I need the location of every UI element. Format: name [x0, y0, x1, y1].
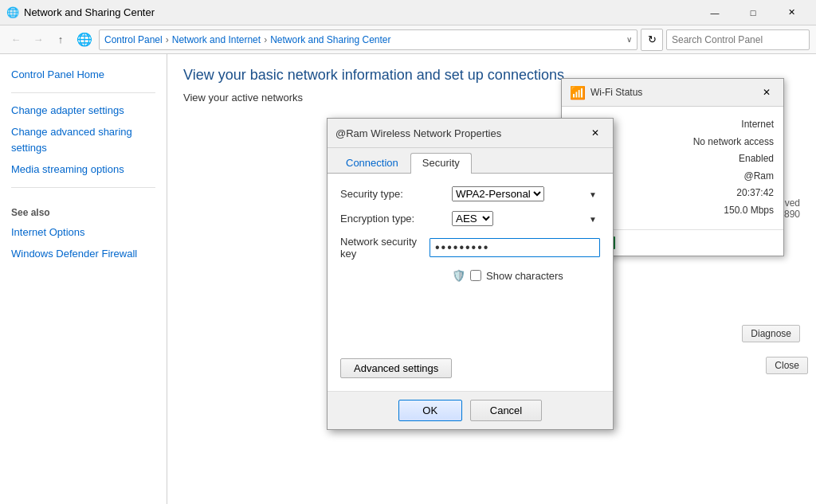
diagnose-area: Diagnose [742, 325, 800, 342]
breadcrumb-control-panel[interactable]: Control Panel [104, 34, 163, 45]
app-breadcrumb-icon: 🌐 [76, 32, 92, 47]
sidebar: Control Panel Home Change adapter settin… [0, 54, 167, 504]
forward-button[interactable]: → [29, 30, 48, 49]
diagnose-btn[interactable]: Diagnose [742, 325, 800, 342]
wifi-dialog-close[interactable]: ✕ [758, 84, 775, 101]
encryption-type-row: Encryption type: AES TKIP ▼ [340, 211, 600, 226]
network-key-input[interactable] [430, 238, 600, 257]
props-dialog-title: @Ram Wireless Network Properties [335, 127, 586, 139]
up-button[interactable]: ↑ [51, 30, 70, 49]
main-layout: Control Panel Home Change adapter settin… [0, 54, 816, 504]
advanced-settings-button[interactable]: Advanced settings [340, 358, 452, 378]
address-bar: ← → ↑ 🌐 Control Panel › Network and Inte… [0, 25, 816, 54]
breadcrumb-network-internet[interactable]: Network and Internet [172, 34, 261, 45]
app-icon: 🌐 [6, 6, 19, 19]
breadcrumb-bar: Control Panel › Network and Internet › N… [99, 29, 638, 50]
security-type-arrow: ▼ [589, 189, 597, 198]
see-also-label: See also [0, 194, 167, 221]
encryption-type-select[interactable]: AES TKIP [452, 211, 493, 226]
dialog-footer: OK Cancel [328, 391, 613, 429]
title-bar-text: Network and Sharing Center [24, 6, 155, 18]
dialog-body: Security type: WPA2-Personal WPA-Persona… [328, 174, 613, 391]
sidebar-item-media-streaming[interactable]: Media streaming options [0, 158, 167, 181]
wifi-dialog-title: Wi-Fi Status [590, 87, 758, 98]
show-chars-label[interactable]: Show characters [486, 270, 563, 282]
network-key-row: Network security key [340, 236, 600, 260]
title-bar: 🌐 Network and Sharing Center — □ ✕ [0, 0, 816, 25]
tab-connection[interactable]: Connection [334, 153, 410, 174]
wifi-signal-icon: 📶 [570, 85, 586, 100]
security-type-label: Security type: [340, 188, 452, 200]
cancel-button[interactable]: Cancel [470, 400, 542, 421]
minimize-button[interactable]: — [696, 2, 733, 24]
title-bar-controls: — □ ✕ [696, 2, 810, 24]
wifi-status-close-btn[interactable]: Close [766, 357, 808, 374]
back-button[interactable]: ← [6, 30, 26, 49]
encryption-type-arrow: ▼ [589, 214, 597, 223]
breadcrumb-network-sharing[interactable]: Network and Sharing Center [270, 34, 390, 45]
ok-button[interactable]: OK [398, 400, 462, 421]
wifi-title-bar: 📶 Wi-Fi Status ✕ [562, 79, 783, 107]
sidebar-item-home[interactable]: Control Panel Home [0, 64, 167, 86]
close-btn-area: Close [766, 357, 808, 374]
sidebar-item-change-advanced[interactable]: Change advanced sharing settings [0, 121, 167, 158]
tab-bar: Connection Security [328, 148, 613, 174]
show-chars-checkbox[interactable] [470, 270, 481, 281]
props-title-bar: @Ram Wireless Network Properties ✕ [328, 119, 613, 148]
network-properties-dialog: @Ram Wireless Network Properties ✕ Conne… [327, 118, 614, 430]
security-type-wrapper: WPA2-Personal WPA-Personal WEP Open ▼ [452, 186, 600, 201]
encryption-type-wrapper: AES TKIP ▼ [452, 211, 600, 226]
tab-security[interactable]: Security [410, 153, 472, 174]
close-button[interactable]: ✕ [773, 2, 810, 24]
sidebar-item-internet-options[interactable]: Internet Options [0, 221, 167, 244]
show-chars-row: 🛡️ Show characters [452, 269, 600, 282]
refresh-button[interactable]: ↻ [641, 29, 663, 51]
sidebar-divider-2 [11, 187, 155, 188]
shield-icon: 🛡️ [452, 269, 465, 282]
security-type-select[interactable]: WPA2-Personal WPA-Personal WEP Open [452, 186, 544, 201]
props-close-button[interactable]: ✕ [586, 125, 605, 141]
breadcrumb-dropdown[interactable]: ∨ [626, 35, 632, 44]
search-input[interactable] [666, 29, 810, 50]
security-type-row: Security type: WPA2-Personal WPA-Persona… [340, 186, 600, 201]
maximize-button[interactable]: □ [735, 2, 771, 24]
sidebar-divider-1 [11, 92, 155, 93]
sidebar-item-change-adapter[interactable]: Change adapter settings [0, 100, 167, 122]
network-key-label: Network security key [340, 236, 430, 260]
sidebar-item-defender[interactable]: Windows Defender Firewall [0, 243, 167, 265]
content-area: View your basic network information and … [167, 54, 816, 504]
encryption-type-label: Encryption type: [340, 213, 452, 225]
